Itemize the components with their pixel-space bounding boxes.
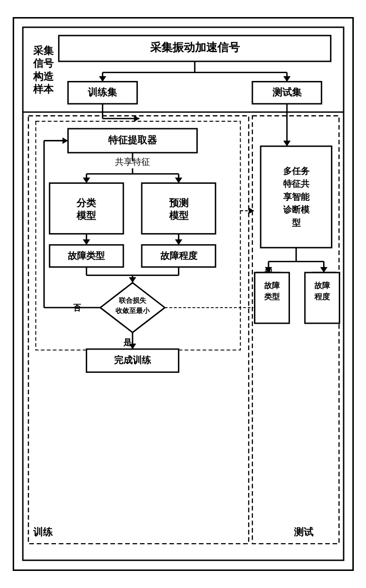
svg-text:故障: 故障 [264, 281, 280, 290]
left-label2: 信号 [32, 58, 54, 69]
diamond-label1: 联合损失 [118, 297, 146, 305]
multi-label5: 型 [291, 218, 301, 228]
collect-label: 采集振动加速信号 [150, 41, 240, 54]
predict-label1: 预测 [169, 197, 188, 208]
left-label: 采集 [33, 45, 54, 56]
classify-box [49, 183, 123, 234]
extractor-label: 特征提取器 [107, 135, 157, 146]
classify-label1: 分类 [76, 197, 96, 208]
fault-type-label: 故障类型 [68, 251, 105, 261]
test-label-box: 测试集 [272, 87, 302, 98]
train-label: 训练集 [88, 87, 117, 98]
test-section-label: 测试 [293, 527, 313, 538]
svg-text:类型: 类型 [263, 293, 280, 301]
diagram-container: 采集 信号 构造 样本 采集振动加速信号 训练集 测试集 [13, 17, 354, 570]
yes-label: 是 [123, 338, 132, 348]
classify-label2: 模型 [76, 211, 96, 221]
svg-text:故障: 故障 [314, 281, 330, 290]
done-label: 完成训练 [114, 355, 151, 366]
multi-label3: 享智能 [283, 192, 309, 202]
left-label3: 构造 [32, 71, 54, 82]
multi-label2: 特征共 [282, 179, 309, 189]
diamond-label2: 收敛至最小 [115, 307, 150, 315]
multi-label4: 诊断模 [283, 205, 309, 215]
multi-label1: 多任务 [283, 166, 309, 176]
fault-degree-label: 故障程度 [160, 250, 197, 261]
svg-text:程度: 程度 [313, 292, 330, 301]
predict-box [141, 183, 215, 234]
left-label4: 样本 [32, 84, 54, 95]
predict-label2: 模型 [168, 211, 189, 221]
train-section-label: 训练 [33, 527, 53, 538]
flowchart-svg: 采集 信号 构造 样本 采集振动加速信号 训练集 测试集 [22, 26, 345, 561]
